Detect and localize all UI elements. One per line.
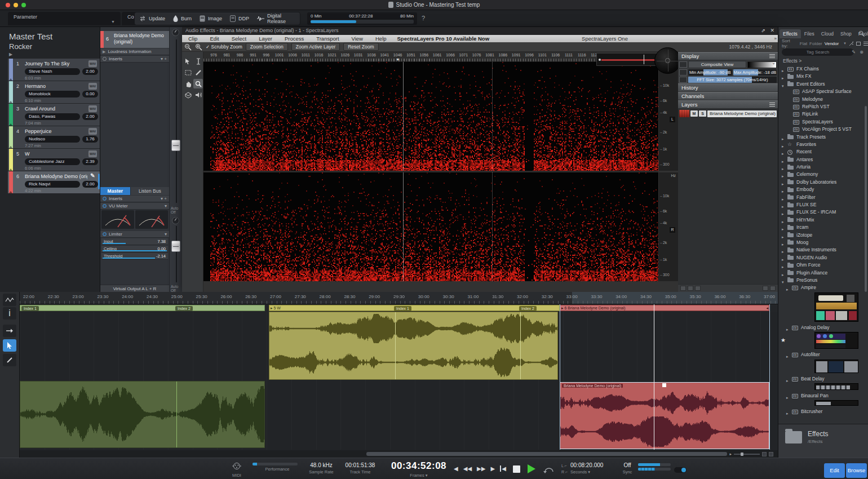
colormap-dropdown[interactable] bbox=[747, 61, 777, 68]
play-small-icon[interactable]: ▸ bbox=[729, 452, 732, 456]
tree-item[interactable]: ▸Native Instruments bbox=[778, 246, 864, 254]
waveform-view-icon[interactable] bbox=[3, 294, 16, 306]
limiter-param-threshold[interactable]: Threshold-2.14 bbox=[101, 253, 168, 260]
delete-layer-icon[interactable] bbox=[770, 286, 776, 291]
expand-icon[interactable]: ⇗ bbox=[761, 28, 765, 33]
tree-item[interactable]: ▸☆Favorites bbox=[778, 141, 864, 148]
track-gain-field[interactable]: 2.39 bbox=[82, 158, 98, 165]
automation-mode[interactable]: Auto Off bbox=[171, 285, 182, 292]
automation-mode[interactable]: Auto Off bbox=[171, 206, 182, 214]
fader-track[interactable] bbox=[176, 226, 177, 282]
edit-tags-icon[interactable]: ✎ bbox=[852, 50, 856, 55]
tree-item[interactable]: ▸Arturia bbox=[778, 163, 864, 171]
plugin-item[interactable]: ▸FXBinaural Pan bbox=[778, 392, 864, 400]
info-icon[interactable]: i bbox=[3, 307, 16, 320]
clear-search-icon[interactable]: ⊗ bbox=[860, 50, 863, 55]
pan-knob-icon[interactable] bbox=[172, 217, 179, 224]
browse-view-button[interactable]: Browse bbox=[846, 463, 867, 478]
tree-item[interactable]: ▸Antares bbox=[778, 156, 864, 163]
zoom-slider-thumb[interactable] bbox=[741, 453, 743, 456]
track-gain-field[interactable]: 2.00 bbox=[82, 68, 98, 75]
output-routing[interactable]: Virtual Output A L + R bbox=[100, 285, 169, 292]
step-back-icon[interactable]: ◀ bbox=[454, 465, 458, 472]
track-gain-field[interactable]: 2.00 bbox=[82, 181, 98, 188]
inserts-bar-top[interactable]: Inserts▾ + bbox=[100, 56, 169, 63]
tree-item[interactable]: ▾PreSonus bbox=[778, 277, 864, 284]
tree-item[interactable]: ▸Ohm Force bbox=[778, 261, 864, 269]
browser-scrollbar[interactable] bbox=[865, 106, 867, 292]
zoom-selection-button[interactable]: Zoom Selection bbox=[246, 43, 288, 51]
tree-item[interactable]: ▸Track Presets bbox=[778, 134, 864, 141]
region-header-green[interactable]: Index 1Index 2 bbox=[20, 305, 265, 311]
browser-tab-files[interactable]: Files bbox=[801, 29, 818, 38]
vu-meter-bar[interactable]: VU Meter▾ bbox=[100, 203, 169, 210]
layers-section-header[interactable]: Layers bbox=[678, 100, 778, 109]
menu-icon[interactable] bbox=[769, 103, 775, 107]
fader-track[interactable] bbox=[176, 39, 177, 203]
sort-mode-vendor[interactable]: Vendor bbox=[825, 41, 839, 46]
layer-tool-icon[interactable] bbox=[680, 286, 686, 291]
tree-item[interactable]: ▸FLUX SE bbox=[778, 201, 864, 209]
chevron-icon[interactable]: ▸ bbox=[786, 377, 789, 384]
max-amplitude-slider[interactable]: Max Amplitude: -18 dB bbox=[733, 69, 777, 76]
fft-icon[interactable] bbox=[679, 77, 687, 83]
track-item[interactable]: 5WWAVCobblestone Jazz2.396:06 min bbox=[8, 149, 100, 171]
zoom-active-layer-button[interactable]: Zoom Active Layer bbox=[291, 43, 340, 51]
rectangle-select-tool-icon[interactable] bbox=[183, 68, 193, 77]
digital-release-button[interactable]: Digital Release bbox=[257, 13, 295, 24]
main-time-display[interactable]: 00:34:52:08 Frames ▾ bbox=[388, 460, 450, 478]
tree-item[interactable]: ▸Celemony bbox=[778, 171, 864, 178]
zoom-in-icon[interactable] bbox=[195, 43, 202, 51]
update-button[interactable]: Update bbox=[139, 16, 165, 21]
layer-mute-button[interactable]: M bbox=[690, 110, 698, 117]
track-gain-field[interactable]: 2.00 bbox=[82, 113, 98, 120]
plugin-item[interactable]: ▸FXAmpire bbox=[778, 284, 864, 291]
spectralayers-titlebar[interactable]: Audio Effects - Briana Melodyne Demo (or… bbox=[182, 27, 778, 35]
breadcrumb[interactable]: Effects > bbox=[783, 58, 801, 64]
plugin-thumbnail-beatdelay[interactable] bbox=[814, 383, 858, 390]
fast-forward-icon[interactable]: ▶▶ bbox=[477, 465, 485, 472]
limiter-param-input[interactable]: Input7.38 bbox=[101, 238, 168, 245]
edit-view-button[interactable]: Edit bbox=[824, 463, 845, 478]
overview-navigator[interactable] bbox=[596, 53, 664, 66]
tree-item[interactable]: ▸FXFX Chains bbox=[778, 65, 864, 73]
help-button[interactable]: ? bbox=[422, 15, 425, 21]
tree-item[interactable]: ▸NUGEN Audio bbox=[778, 254, 864, 261]
tree-item[interactable]: ▸Ircam bbox=[778, 224, 864, 231]
zoom-button[interactable] bbox=[762, 452, 767, 456]
tree-item[interactable]: FXVocAlign Project 5 VST bbox=[778, 126, 864, 133]
tree-item[interactable]: ▾Event Editors bbox=[778, 81, 864, 88]
min-amplitude-slider[interactable]: Min Amplitude: -90 dB bbox=[688, 69, 732, 76]
view-list-icon[interactable] bbox=[863, 42, 868, 46]
scrollbar-handle[interactable] bbox=[366, 452, 727, 456]
menu-view[interactable]: View bbox=[346, 36, 369, 42]
track-item[interactable]: 3Crawl AroundWAVDaso, Pawas2.007:04 min bbox=[8, 104, 100, 126]
fader-handle[interactable] bbox=[171, 241, 180, 252]
limiter-param-ceiling[interactable]: Ceiling0.00 bbox=[101, 246, 168, 252]
menu-edit[interactable]: Edit bbox=[203, 36, 225, 42]
contrast-icon[interactable] bbox=[679, 69, 687, 76]
scrubby-zoom-checkbox[interactable]: ✓ Scrubby Zoom bbox=[206, 44, 242, 50]
move-tool-icon[interactable] bbox=[183, 56, 193, 66]
sort-mode-flat[interactable]: Flat bbox=[800, 41, 807, 46]
browser-tab-shop[interactable]: Shop bbox=[837, 29, 855, 38]
composite-view-button[interactable]: Composite View bbox=[688, 61, 746, 68]
menu-clip[interactable]: Clip bbox=[182, 36, 203, 42]
pan-knob-icon[interactable] bbox=[172, 29, 179, 36]
tree-item[interactable]: FXRipLink bbox=[778, 110, 864, 118]
layer-tool-icon[interactable] bbox=[695, 286, 701, 291]
region-header-yellow[interactable]: ▸ 5 WIndex 1Index 2 bbox=[269, 305, 560, 311]
menu-process[interactable]: Process bbox=[278, 36, 310, 42]
tree-item[interactable]: ▸Moog bbox=[778, 239, 864, 246]
zoom-tool-icon[interactable] bbox=[193, 79, 203, 88]
plugin-thumbnail-ampire[interactable] bbox=[814, 292, 858, 322]
browser-tab-cloud[interactable]: Cloud bbox=[818, 29, 837, 38]
plugin-thumbnail-binaural[interactable] bbox=[814, 400, 858, 406]
add-layer-icon[interactable] bbox=[763, 286, 768, 291]
tree-item[interactable]: ▸Dolby Laboratories bbox=[778, 179, 864, 186]
inserts-controls[interactable]: ▾ + bbox=[161, 56, 167, 63]
power-icon[interactable] bbox=[103, 232, 107, 236]
audio-clip-yellow[interactable] bbox=[269, 312, 558, 380]
tree-item[interactable]: FXASAP Spectral Surface bbox=[778, 88, 864, 95]
track-artist-field[interactable]: Rick Naqvi bbox=[25, 181, 80, 188]
